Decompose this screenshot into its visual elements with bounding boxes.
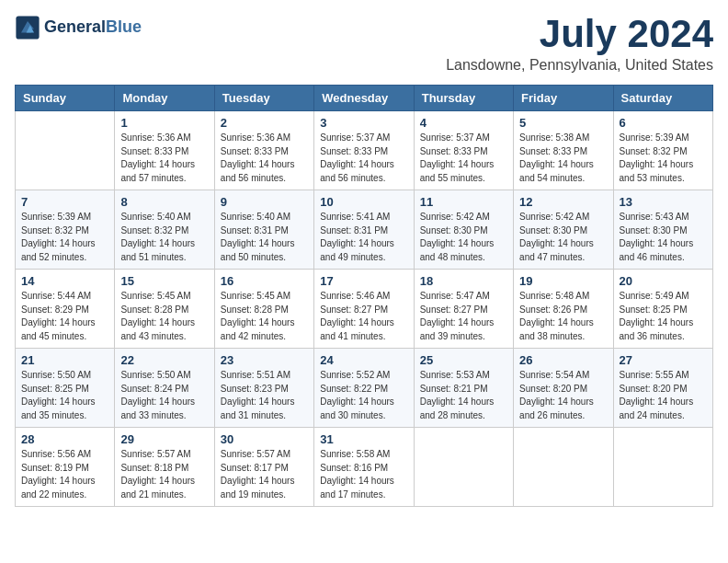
day-info: Sunrise: 5:52 AMSunset: 8:22 PMDaylight:… <box>320 369 407 422</box>
calendar-cell: 3 Sunrise: 5:37 AMSunset: 8:33 PMDayligh… <box>314 111 414 190</box>
calendar-cell: 2 Sunrise: 5:36 AMSunset: 8:33 PMDayligh… <box>214 111 313 190</box>
day-info: Sunrise: 5:53 AMSunset: 8:21 PMDaylight:… <box>420 369 507 422</box>
subtitle: Lansdowne, Pennsylvania, United States <box>446 57 713 74</box>
day-info: Sunrise: 5:45 AMSunset: 8:28 PMDaylight:… <box>120 290 208 343</box>
header-row: Sunday Monday Tuesday Wednesday Thursday… <box>16 86 713 111</box>
day-number: 31 <box>320 432 407 446</box>
calendar-cell: 19 Sunrise: 5:48 AMSunset: 8:26 PMDaylig… <box>514 270 613 349</box>
day-number: 27 <box>620 353 707 367</box>
day-number: 17 <box>320 274 407 288</box>
day-info: Sunrise: 5:48 AMSunset: 8:26 PMDaylight:… <box>519 290 607 343</box>
calendar-cell: 22 Sunrise: 5:50 AMSunset: 8:24 PMDaylig… <box>115 349 214 428</box>
day-info: Sunrise: 5:56 AMSunset: 8:19 PMDaylight:… <box>21 448 108 501</box>
calendar-cell: 10 Sunrise: 5:41 AMSunset: 8:31 PMDaylig… <box>314 190 414 270</box>
calendar-header: Sunday Monday Tuesday Wednesday Thursday… <box>16 86 713 111</box>
col-saturday: Saturday <box>613 86 712 111</box>
logo: GeneralBlue <box>15 15 142 40</box>
day-info: Sunrise: 5:54 AMSunset: 8:20 PMDaylight:… <box>519 369 607 422</box>
day-info: Sunrise: 5:46 AMSunset: 8:27 PMDaylight:… <box>320 290 407 343</box>
calendar-cell: 23 Sunrise: 5:51 AMSunset: 8:23 PMDaylig… <box>214 349 313 428</box>
calendar-cell: 4 Sunrise: 5:37 AMSunset: 8:33 PMDayligh… <box>414 111 513 190</box>
calendar-cell: 1 Sunrise: 5:36 AMSunset: 8:33 PMDayligh… <box>115 111 214 190</box>
day-number: 29 <box>120 432 208 446</box>
calendar-cell: 13 Sunrise: 5:43 AMSunset: 8:30 PMDaylig… <box>613 190 712 270</box>
day-number: 1 <box>120 116 208 130</box>
calendar-week-4: 21 Sunrise: 5:50 AMSunset: 8:25 PMDaylig… <box>16 349 713 428</box>
col-friday: Friday <box>514 86 613 111</box>
day-info: Sunrise: 5:49 AMSunset: 8:25 PMDaylight:… <box>620 290 707 343</box>
day-info: Sunrise: 5:43 AMSunset: 8:30 PMDaylight:… <box>620 211 707 264</box>
calendar-cell: 21 Sunrise: 5:50 AMSunset: 8:25 PMDaylig… <box>16 349 115 428</box>
col-tuesday: Tuesday <box>214 86 313 111</box>
logo-general: General <box>44 17 106 36</box>
col-thursday: Thursday <box>414 86 513 111</box>
day-info: Sunrise: 5:50 AMSunset: 8:25 PMDaylight:… <box>21 369 108 422</box>
calendar-cell: 31 Sunrise: 5:58 AMSunset: 8:16 PMDaylig… <box>314 428 414 507</box>
day-info: Sunrise: 5:40 AMSunset: 8:32 PMDaylight:… <box>120 211 208 264</box>
calendar-cell: 17 Sunrise: 5:46 AMSunset: 8:27 PMDaylig… <box>314 270 414 349</box>
day-info: Sunrise: 5:36 AMSunset: 8:33 PMDaylight:… <box>221 132 308 185</box>
calendar-cell: 7 Sunrise: 5:39 AMSunset: 8:32 PMDayligh… <box>16 190 115 270</box>
title-section: July 2024 Lansdowne, Pennsylvania, Unite… <box>446 15 713 74</box>
day-number: 9 <box>221 195 308 209</box>
calendar-cell: 29 Sunrise: 5:57 AMSunset: 8:18 PMDaylig… <box>115 428 214 507</box>
calendar-cell <box>414 428 513 507</box>
logo-icon <box>15 15 40 40</box>
calendar-cell: 12 Sunrise: 5:42 AMSunset: 8:30 PMDaylig… <box>514 190 613 270</box>
day-info: Sunrise: 5:50 AMSunset: 8:24 PMDaylight:… <box>120 369 208 422</box>
day-info: Sunrise: 5:42 AMSunset: 8:30 PMDaylight:… <box>519 211 607 264</box>
day-number: 22 <box>120 353 208 367</box>
day-info: Sunrise: 5:37 AMSunset: 8:33 PMDaylight:… <box>420 132 507 185</box>
day-number: 18 <box>420 274 507 288</box>
day-info: Sunrise: 5:58 AMSunset: 8:16 PMDaylight:… <box>320 448 407 501</box>
day-info: Sunrise: 5:41 AMSunset: 8:31 PMDaylight:… <box>320 211 407 264</box>
day-info: Sunrise: 5:57 AMSunset: 8:17 PMDaylight:… <box>221 448 308 501</box>
calendar-cell <box>16 111 115 190</box>
calendar-body: 1 Sunrise: 5:36 AMSunset: 8:33 PMDayligh… <box>16 111 713 507</box>
calendar-cell: 16 Sunrise: 5:45 AMSunset: 8:28 PMDaylig… <box>214 270 313 349</box>
day-number: 7 <box>21 195 108 209</box>
logo-text-block: GeneralBlue <box>44 18 142 37</box>
col-sunday: Sunday <box>16 86 115 111</box>
day-number: 19 <box>519 274 607 288</box>
calendar-cell: 5 Sunrise: 5:38 AMSunset: 8:33 PMDayligh… <box>514 111 613 190</box>
calendar-cell: 27 Sunrise: 5:55 AMSunset: 8:20 PMDaylig… <box>613 349 712 428</box>
calendar-cell: 9 Sunrise: 5:40 AMSunset: 8:31 PMDayligh… <box>214 190 313 270</box>
calendar-cell: 15 Sunrise: 5:45 AMSunset: 8:28 PMDaylig… <box>115 270 214 349</box>
calendar-week-5: 28 Sunrise: 5:56 AMSunset: 8:19 PMDaylig… <box>16 428 713 507</box>
header: GeneralBlue July 2024 Lansdowne, Pennsyl… <box>15 15 713 74</box>
calendar-cell: 30 Sunrise: 5:57 AMSunset: 8:17 PMDaylig… <box>214 428 313 507</box>
day-number: 10 <box>320 195 407 209</box>
calendar-cell: 6 Sunrise: 5:39 AMSunset: 8:32 PMDayligh… <box>613 111 712 190</box>
day-number: 25 <box>420 353 507 367</box>
calendar-table: Sunday Monday Tuesday Wednesday Thursday… <box>15 85 713 507</box>
day-info: Sunrise: 5:51 AMSunset: 8:23 PMDaylight:… <box>221 369 308 422</box>
calendar-cell: 26 Sunrise: 5:54 AMSunset: 8:20 PMDaylig… <box>514 349 613 428</box>
day-info: Sunrise: 5:40 AMSunset: 8:31 PMDaylight:… <box>221 211 308 264</box>
calendar-cell: 11 Sunrise: 5:42 AMSunset: 8:30 PMDaylig… <box>414 190 513 270</box>
main-title: July 2024 <box>446 15 713 53</box>
calendar-cell <box>613 428 712 507</box>
day-number: 24 <box>320 353 407 367</box>
day-number: 30 <box>221 432 308 446</box>
day-info: Sunrise: 5:55 AMSunset: 8:20 PMDaylight:… <box>620 369 707 422</box>
calendar-cell: 18 Sunrise: 5:47 AMSunset: 8:27 PMDaylig… <box>414 270 513 349</box>
day-number: 4 <box>420 116 507 130</box>
day-info: Sunrise: 5:38 AMSunset: 8:33 PMDaylight:… <box>519 132 607 185</box>
day-info: Sunrise: 5:44 AMSunset: 8:29 PMDaylight:… <box>21 290 108 343</box>
calendar-cell: 25 Sunrise: 5:53 AMSunset: 8:21 PMDaylig… <box>414 349 513 428</box>
day-info: Sunrise: 5:36 AMSunset: 8:33 PMDaylight:… <box>120 132 208 185</box>
col-wednesday: Wednesday <box>314 86 414 111</box>
calendar-week-3: 14 Sunrise: 5:44 AMSunset: 8:29 PMDaylig… <box>16 270 713 349</box>
calendar-week-1: 1 Sunrise: 5:36 AMSunset: 8:33 PMDayligh… <box>16 111 713 190</box>
day-info: Sunrise: 5:42 AMSunset: 8:30 PMDaylight:… <box>420 211 507 264</box>
day-number: 20 <box>620 274 707 288</box>
calendar-cell: 14 Sunrise: 5:44 AMSunset: 8:29 PMDaylig… <box>16 270 115 349</box>
day-info: Sunrise: 5:37 AMSunset: 8:33 PMDaylight:… <box>320 132 407 185</box>
col-monday: Monday <box>115 86 214 111</box>
day-number: 5 <box>519 116 607 130</box>
day-number: 13 <box>620 195 707 209</box>
calendar-week-2: 7 Sunrise: 5:39 AMSunset: 8:32 PMDayligh… <box>16 190 713 270</box>
calendar-cell: 24 Sunrise: 5:52 AMSunset: 8:22 PMDaylig… <box>314 349 414 428</box>
calendar-cell <box>514 428 613 507</box>
